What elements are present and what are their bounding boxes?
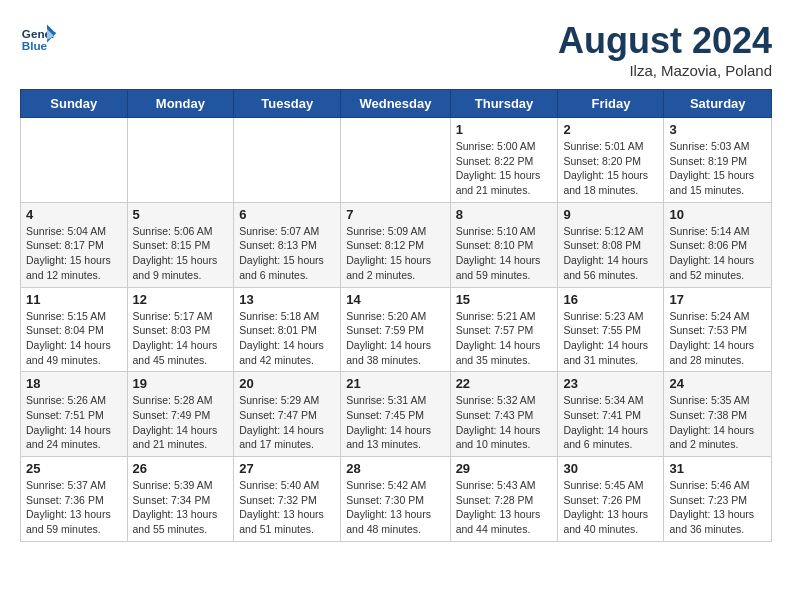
day-number: 26 [133, 461, 229, 476]
calendar-day-header: Monday [127, 90, 234, 118]
day-number: 4 [26, 207, 122, 222]
calendar-cell [127, 118, 234, 203]
day-info: Sunrise: 5:01 AM Sunset: 8:20 PM Dayligh… [563, 139, 658, 198]
day-info: Sunrise: 5:10 AM Sunset: 8:10 PM Dayligh… [456, 224, 553, 283]
day-number: 29 [456, 461, 553, 476]
day-number: 27 [239, 461, 335, 476]
page-header: General Blue August 2024 Ilza, Mazovia, … [20, 20, 772, 79]
day-info: Sunrise: 5:29 AM Sunset: 7:47 PM Dayligh… [239, 393, 335, 452]
day-number: 31 [669, 461, 766, 476]
day-info: Sunrise: 5:43 AM Sunset: 7:28 PM Dayligh… [456, 478, 553, 537]
calendar-cell: 24Sunrise: 5:35 AM Sunset: 7:38 PM Dayli… [664, 372, 772, 457]
day-number: 8 [456, 207, 553, 222]
day-info: Sunrise: 5:31 AM Sunset: 7:45 PM Dayligh… [346, 393, 444, 452]
day-number: 7 [346, 207, 444, 222]
day-number: 1 [456, 122, 553, 137]
day-info: Sunrise: 5:03 AM Sunset: 8:19 PM Dayligh… [669, 139, 766, 198]
day-number: 28 [346, 461, 444, 476]
day-info: Sunrise: 5:06 AM Sunset: 8:15 PM Dayligh… [133, 224, 229, 283]
calendar-cell: 1Sunrise: 5:00 AM Sunset: 8:22 PM Daylig… [450, 118, 558, 203]
calendar-day-header: Wednesday [341, 90, 450, 118]
calendar-cell: 8Sunrise: 5:10 AM Sunset: 8:10 PM Daylig… [450, 202, 558, 287]
day-info: Sunrise: 5:20 AM Sunset: 7:59 PM Dayligh… [346, 309, 444, 368]
day-number: 10 [669, 207, 766, 222]
day-number: 23 [563, 376, 658, 391]
month-title: August 2024 [558, 20, 772, 62]
calendar-day-header: Saturday [664, 90, 772, 118]
day-number: 24 [669, 376, 766, 391]
location: Ilza, Mazovia, Poland [558, 62, 772, 79]
day-info: Sunrise: 5:23 AM Sunset: 7:55 PM Dayligh… [563, 309, 658, 368]
calendar-cell: 25Sunrise: 5:37 AM Sunset: 7:36 PM Dayli… [21, 457, 128, 542]
day-info: Sunrise: 5:28 AM Sunset: 7:49 PM Dayligh… [133, 393, 229, 452]
calendar-week-row: 25Sunrise: 5:37 AM Sunset: 7:36 PM Dayli… [21, 457, 772, 542]
day-number: 14 [346, 292, 444, 307]
calendar-day-header: Thursday [450, 90, 558, 118]
calendar-cell: 29Sunrise: 5:43 AM Sunset: 7:28 PM Dayli… [450, 457, 558, 542]
calendar-cell: 16Sunrise: 5:23 AM Sunset: 7:55 PM Dayli… [558, 287, 664, 372]
calendar-cell: 3Sunrise: 5:03 AM Sunset: 8:19 PM Daylig… [664, 118, 772, 203]
day-info: Sunrise: 5:07 AM Sunset: 8:13 PM Dayligh… [239, 224, 335, 283]
day-info: Sunrise: 5:09 AM Sunset: 8:12 PM Dayligh… [346, 224, 444, 283]
calendar-cell: 9Sunrise: 5:12 AM Sunset: 8:08 PM Daylig… [558, 202, 664, 287]
calendar-cell [21, 118, 128, 203]
calendar-cell: 27Sunrise: 5:40 AM Sunset: 7:32 PM Dayli… [234, 457, 341, 542]
calendar-cell [234, 118, 341, 203]
calendar-cell: 11Sunrise: 5:15 AM Sunset: 8:04 PM Dayli… [21, 287, 128, 372]
day-number: 17 [669, 292, 766, 307]
day-number: 18 [26, 376, 122, 391]
calendar-cell: 2Sunrise: 5:01 AM Sunset: 8:20 PM Daylig… [558, 118, 664, 203]
calendar-cell: 30Sunrise: 5:45 AM Sunset: 7:26 PM Dayli… [558, 457, 664, 542]
title-area: August 2024 Ilza, Mazovia, Poland [558, 20, 772, 79]
day-info: Sunrise: 5:37 AM Sunset: 7:36 PM Dayligh… [26, 478, 122, 537]
calendar-cell: 31Sunrise: 5:46 AM Sunset: 7:23 PM Dayli… [664, 457, 772, 542]
calendar-cell: 17Sunrise: 5:24 AM Sunset: 7:53 PM Dayli… [664, 287, 772, 372]
day-number: 9 [563, 207, 658, 222]
calendar-cell [341, 118, 450, 203]
day-info: Sunrise: 5:45 AM Sunset: 7:26 PM Dayligh… [563, 478, 658, 537]
day-number: 2 [563, 122, 658, 137]
day-number: 22 [456, 376, 553, 391]
day-info: Sunrise: 5:32 AM Sunset: 7:43 PM Dayligh… [456, 393, 553, 452]
calendar-cell: 19Sunrise: 5:28 AM Sunset: 7:49 PM Dayli… [127, 372, 234, 457]
calendar-cell: 20Sunrise: 5:29 AM Sunset: 7:47 PM Dayli… [234, 372, 341, 457]
logo-icon: General Blue [20, 20, 56, 56]
calendar-day-header: Friday [558, 90, 664, 118]
day-number: 13 [239, 292, 335, 307]
day-number: 25 [26, 461, 122, 476]
calendar-cell: 15Sunrise: 5:21 AM Sunset: 7:57 PM Dayli… [450, 287, 558, 372]
calendar-cell: 6Sunrise: 5:07 AM Sunset: 8:13 PM Daylig… [234, 202, 341, 287]
calendar-cell: 18Sunrise: 5:26 AM Sunset: 7:51 PM Dayli… [21, 372, 128, 457]
day-number: 21 [346, 376, 444, 391]
calendar-week-row: 18Sunrise: 5:26 AM Sunset: 7:51 PM Dayli… [21, 372, 772, 457]
calendar-week-row: 1Sunrise: 5:00 AM Sunset: 8:22 PM Daylig… [21, 118, 772, 203]
day-info: Sunrise: 5:14 AM Sunset: 8:06 PM Dayligh… [669, 224, 766, 283]
day-info: Sunrise: 5:35 AM Sunset: 7:38 PM Dayligh… [669, 393, 766, 452]
day-number: 19 [133, 376, 229, 391]
day-info: Sunrise: 5:46 AM Sunset: 7:23 PM Dayligh… [669, 478, 766, 537]
calendar-cell: 14Sunrise: 5:20 AM Sunset: 7:59 PM Dayli… [341, 287, 450, 372]
calendar-cell: 23Sunrise: 5:34 AM Sunset: 7:41 PM Dayli… [558, 372, 664, 457]
calendar-cell: 22Sunrise: 5:32 AM Sunset: 7:43 PM Dayli… [450, 372, 558, 457]
calendar-cell: 5Sunrise: 5:06 AM Sunset: 8:15 PM Daylig… [127, 202, 234, 287]
logo: General Blue [20, 20, 56, 56]
day-number: 20 [239, 376, 335, 391]
day-number: 11 [26, 292, 122, 307]
day-number: 15 [456, 292, 553, 307]
day-info: Sunrise: 5:42 AM Sunset: 7:30 PM Dayligh… [346, 478, 444, 537]
day-number: 6 [239, 207, 335, 222]
day-info: Sunrise: 5:04 AM Sunset: 8:17 PM Dayligh… [26, 224, 122, 283]
day-info: Sunrise: 5:39 AM Sunset: 7:34 PM Dayligh… [133, 478, 229, 537]
calendar-cell: 13Sunrise: 5:18 AM Sunset: 8:01 PM Dayli… [234, 287, 341, 372]
calendar-cell: 28Sunrise: 5:42 AM Sunset: 7:30 PM Dayli… [341, 457, 450, 542]
calendar-week-row: 4Sunrise: 5:04 AM Sunset: 8:17 PM Daylig… [21, 202, 772, 287]
day-info: Sunrise: 5:21 AM Sunset: 7:57 PM Dayligh… [456, 309, 553, 368]
day-number: 30 [563, 461, 658, 476]
day-number: 12 [133, 292, 229, 307]
day-number: 3 [669, 122, 766, 137]
calendar-cell: 21Sunrise: 5:31 AM Sunset: 7:45 PM Dayli… [341, 372, 450, 457]
day-info: Sunrise: 5:15 AM Sunset: 8:04 PM Dayligh… [26, 309, 122, 368]
calendar-cell: 26Sunrise: 5:39 AM Sunset: 7:34 PM Dayli… [127, 457, 234, 542]
calendar-cell: 12Sunrise: 5:17 AM Sunset: 8:03 PM Dayli… [127, 287, 234, 372]
day-info: Sunrise: 5:18 AM Sunset: 8:01 PM Dayligh… [239, 309, 335, 368]
